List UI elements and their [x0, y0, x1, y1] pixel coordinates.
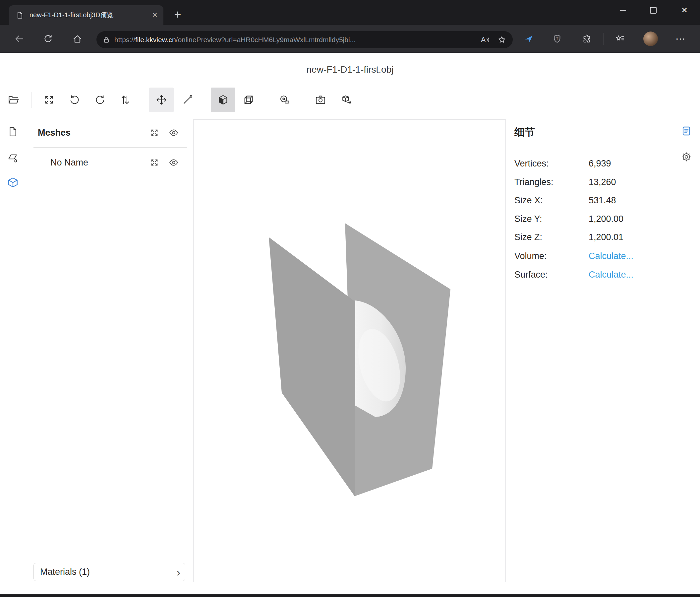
detail-row-size-y: Size Y: 1,200.00 — [515, 210, 667, 228]
tab-strip: new-F1-D1-1-first.obj3D预览 × + ✕ — [0, 0, 700, 25]
read-aloud-button[interactable]: A — [477, 32, 494, 47]
back-icon — [14, 33, 25, 44]
tab-title: new-F1-D1-1-first.obj3D预览 — [29, 10, 151, 20]
browser-toolbar: https://file.kkview.cn/onlinePreview?url… — [0, 25, 700, 53]
home-icon — [72, 34, 82, 44]
line-tool-button[interactable] — [175, 88, 200, 112]
extension-blue-button[interactable] — [521, 31, 536, 47]
url-protocol: https:// — [114, 36, 135, 44]
panel-divider — [33, 147, 187, 148]
materials-panel-icon — [8, 152, 18, 163]
detail-row-size-x: Size X: 531.48 — [515, 191, 667, 210]
rotate-horizontal-button[interactable] — [62, 88, 87, 112]
expand-all-button[interactable] — [147, 125, 162, 140]
tab-favicon-icon — [16, 11, 24, 20]
address-bar[interactable]: https://file.kkview.cn/onlinePreview?url… — [96, 31, 513, 48]
detail-row-vertices: Vertices: 6,939 — [515, 154, 667, 173]
tab-close-icon[interactable]: × — [151, 10, 159, 20]
file-panel-tab[interactable] — [5, 124, 21, 140]
detail-label: Size Z: — [515, 232, 589, 242]
viewport-3d[interactable] — [193, 119, 506, 582]
detail-label: Size Y: — [515, 214, 589, 224]
detail-row-volume: Volume: Calculate... — [515, 247, 667, 265]
visibility-eye-icon — [169, 158, 179, 167]
panel-divider — [33, 555, 187, 555]
model-plane-left — [269, 237, 355, 497]
url-path: /onlinePreview?url=aHR0cHM6Ly9maWxlLmtrd… — [176, 36, 356, 44]
rotate-vertical-button[interactable] — [88, 88, 112, 112]
materials-panel-tab[interactable] — [5, 149, 21, 165]
calculate-volume-link[interactable]: Calculate... — [589, 251, 633, 261]
browser-tab[interactable]: new-F1-D1-1-first.obj3D预览 × — [9, 5, 164, 25]
detail-row-surface: Surface: Calculate... — [515, 265, 667, 284]
detail-label: Volume: — [515, 251, 589, 261]
url-text: https://file.kkview.cn/onlinePreview?url… — [114, 36, 477, 44]
detail-value: 1,200.01 — [589, 232, 623, 242]
home-button[interactable] — [69, 31, 85, 47]
tape-measure-icon — [279, 94, 290, 105]
shield-extension-icon: T — [552, 34, 562, 44]
file-panel-icon — [8, 126, 18, 137]
pan-tool-button[interactable] — [149, 88, 174, 112]
export-model-button[interactable] — [335, 88, 359, 112]
focus-mesh-button[interactable] — [147, 155, 162, 170]
back-button[interactable] — [11, 31, 27, 47]
export-model-icon — [341, 94, 353, 105]
line-tool-icon — [182, 94, 193, 105]
meshes-panel-title: Meshes — [38, 128, 147, 138]
shield-extension-button[interactable]: T — [549, 31, 565, 47]
materials-button[interactable]: Materials (1) › — [33, 563, 185, 581]
profile-avatar[interactable] — [643, 31, 658, 46]
screenshot-button[interactable] — [308, 88, 333, 112]
mesh-name: No Name — [50, 158, 147, 168]
extensions-puzzle-icon — [582, 34, 592, 44]
visibility-toggle-button[interactable] — [166, 125, 181, 140]
refresh-button[interactable] — [40, 31, 56, 47]
detail-label: Triangles: — [515, 177, 589, 187]
favorite-star-icon — [497, 35, 506, 44]
more-options-icon: ⋯ — [675, 34, 685, 44]
detail-label: Surface: — [515, 270, 589, 280]
extension-blue-icon — [524, 34, 534, 44]
mesh-visibility-button[interactable] — [166, 155, 181, 170]
details-panel-tab[interactable] — [678, 123, 694, 139]
expand-all-icon — [150, 158, 159, 167]
chevron-right-icon: › — [177, 567, 180, 578]
detail-row-size-z: Size Z: 1,200.01 — [515, 228, 667, 246]
orthographic-box-icon — [243, 94, 254, 105]
perspective-view-button[interactable] — [211, 88, 235, 112]
favorites-hub-button[interactable] — [612, 31, 628, 47]
extensions-button[interactable] — [579, 31, 595, 47]
mesh-list-item[interactable]: No Name — [33, 153, 187, 172]
url-domain: file.kkview.cn — [135, 36, 176, 44]
tape-measure-button[interactable] — [272, 88, 297, 112]
fit-view-button[interactable] — [37, 88, 61, 112]
settings-button[interactable] — [678, 149, 694, 165]
close-icon: ✕ — [681, 6, 688, 14]
detail-row-triangles: Triangles: 13,260 — [515, 173, 667, 191]
calculate-surface-link[interactable]: Calculate... — [589, 270, 633, 280]
open-file-button[interactable] — [1, 88, 26, 112]
details-panel-title: 细节 — [515, 125, 535, 139]
window-bottom-edge — [0, 594, 700, 597]
model-canvas — [194, 120, 505, 582]
more-options-button[interactable]: ⋯ — [673, 31, 689, 47]
up-down-arrows-button[interactable] — [113, 88, 138, 112]
file-title: new-F1-D1-1-first.obj — [0, 64, 700, 75]
maximize-icon — [650, 7, 656, 14]
window-minimize-button[interactable] — [612, 0, 634, 21]
up-down-arrows-icon — [120, 94, 131, 105]
rotate-vertical-icon — [95, 94, 106, 105]
read-aloud-icon: A — [481, 35, 486, 44]
browser-window: new-F1-D1-1-first.obj3D预览 × + ✕ https://… — [0, 0, 700, 597]
orthographic-view-button[interactable] — [236, 88, 261, 112]
model-panel-tab[interactable] — [5, 174, 21, 190]
window-close-button[interactable]: ✕ — [674, 0, 695, 21]
favorites-hub-icon — [615, 34, 625, 44]
expand-all-icon — [150, 128, 159, 137]
visibility-eye-icon — [169, 128, 179, 138]
window-maximize-button[interactable] — [642, 0, 664, 21]
favorite-star-button[interactable] — [494, 32, 510, 47]
new-tab-button[interactable]: + — [170, 7, 185, 22]
camera-icon — [315, 94, 326, 105]
